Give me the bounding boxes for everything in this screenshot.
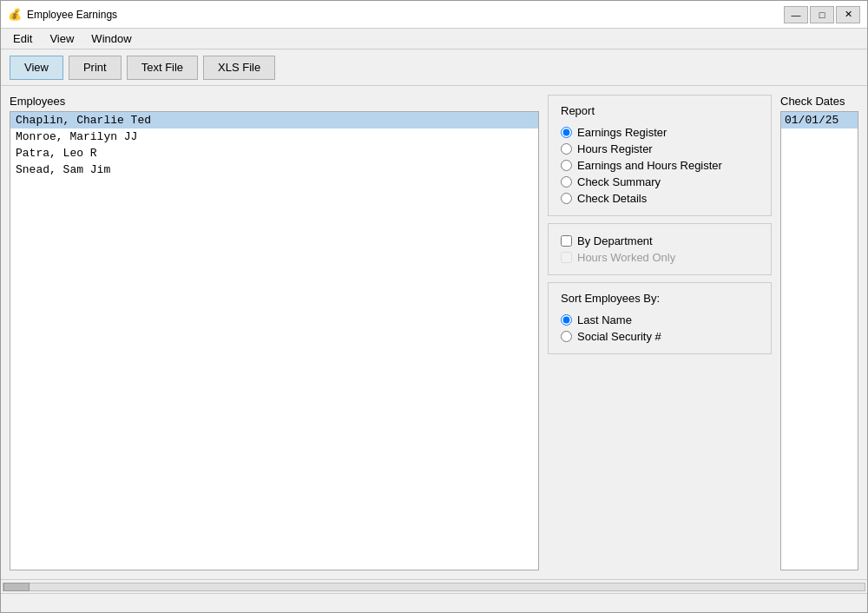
radio-last-name-label: Last Name (577, 313, 632, 326)
employees-label: Employees (10, 95, 539, 108)
radio-hours-register[interactable]: Hours Register (561, 141, 759, 157)
list-item[interactable]: Chaplin, Charlie Ted (10, 112, 538, 129)
by-department-input[interactable] (561, 235, 572, 247)
sort-label: Sort Employees By: (561, 292, 759, 305)
menu-view[interactable]: View (41, 30, 82, 47)
right-panel: Report Earnings Register Hours Register … (548, 95, 772, 570)
main-content: Employees Chaplin, Charlie Ted Monroe, M… (1, 86, 867, 579)
scrollbar-track[interactable] (3, 583, 865, 591)
title-bar: 💰 Employee Earnings — □ ✕ (1, 1, 867, 29)
radio-earnings-hours-register[interactable]: Earnings and Hours Register (561, 157, 759, 174)
report-group: Report Earnings Register Hours Register … (548, 95, 772, 216)
close-button[interactable]: ✕ (836, 6, 860, 23)
list-item[interactable]: Patra, Leo R (10, 145, 538, 161)
radio-check-summary-input[interactable] (561, 176, 572, 188)
app-icon: 💰 (8, 8, 22, 22)
maximize-button[interactable]: □ (810, 6, 834, 23)
date-item[interactable]: 01/01/25 (781, 112, 858, 129)
radio-check-details[interactable]: Check Details (561, 190, 759, 207)
list-item[interactable]: Snead, Sam Jim (10, 161, 538, 178)
radio-earnings-register-label: Earnings Register (577, 126, 667, 139)
by-department-checkbox[interactable]: By Department (561, 233, 759, 249)
check-dates-panel: Check Dates 01/01/25 (780, 95, 858, 570)
print-button[interactable]: Print (69, 56, 122, 80)
radio-social-security-label: Social Security # (577, 330, 661, 343)
minimize-button[interactable]: — (784, 6, 808, 23)
report-label: Report (561, 104, 759, 117)
sort-group: Sort Employees By: Last Name Social Secu… (548, 282, 772, 354)
radio-earnings-hours-register-label: Earnings and Hours Register (577, 159, 722, 172)
list-item[interactable]: Monroe, Marilyn JJ (10, 129, 538, 145)
options-group: By Department Hours Worked Only (548, 223, 772, 275)
scrollbar-area[interactable] (1, 579, 867, 593)
menu-edit[interactable]: Edit (4, 30, 41, 47)
radio-check-summary-label: Check Summary (577, 175, 661, 188)
hours-worked-only-checkbox[interactable]: Hours Worked Only (561, 249, 759, 266)
title-bar-left: 💰 Employee Earnings (8, 8, 117, 22)
radio-last-name[interactable]: Last Name (561, 312, 759, 328)
scrollbar-thumb[interactable] (3, 583, 30, 591)
radio-social-security[interactable]: Social Security # (561, 328, 759, 345)
by-department-label: By Department (577, 234, 653, 247)
menu-window[interactable]: Window (82, 30, 140, 47)
title-controls: — □ ✕ (784, 6, 860, 23)
radio-social-security-input[interactable] (561, 331, 572, 342)
main-window: 💰 Employee Earnings — □ ✕ Edit View Wind… (0, 0, 868, 613)
text-file-button[interactable]: Text File (127, 56, 198, 80)
menu-bar: Edit View Window (1, 29, 867, 49)
window-title: Employee Earnings (27, 9, 117, 21)
xls-file-button[interactable]: XLS File (203, 56, 275, 80)
radio-earnings-register[interactable]: Earnings Register (561, 124, 759, 141)
employees-list[interactable]: Chaplin, Charlie Ted Monroe, Marilyn JJ … (10, 111, 539, 570)
hours-worked-only-input[interactable] (561, 252, 572, 263)
check-dates-label: Check Dates (780, 95, 858, 108)
radio-check-details-label: Check Details (577, 192, 647, 205)
radio-hours-register-label: Hours Register (577, 142, 653, 155)
radio-check-details-input[interactable] (561, 193, 572, 204)
radio-earnings-register-input[interactable] (561, 127, 572, 138)
hours-worked-only-label: Hours Worked Only (577, 251, 675, 264)
toolbar: View Print Text File XLS File (1, 49, 867, 86)
radio-hours-register-input[interactable] (561, 143, 572, 155)
check-dates-list[interactable]: 01/01/25 (780, 111, 858, 570)
radio-check-summary[interactable]: Check Summary (561, 174, 759, 190)
radio-earnings-hours-register-input[interactable] (561, 160, 572, 171)
view-button[interactable]: View (10, 56, 63, 80)
employees-panel: Employees Chaplin, Charlie Ted Monroe, M… (10, 95, 539, 570)
status-bar (1, 593, 867, 612)
radio-last-name-input[interactable] (561, 314, 572, 326)
